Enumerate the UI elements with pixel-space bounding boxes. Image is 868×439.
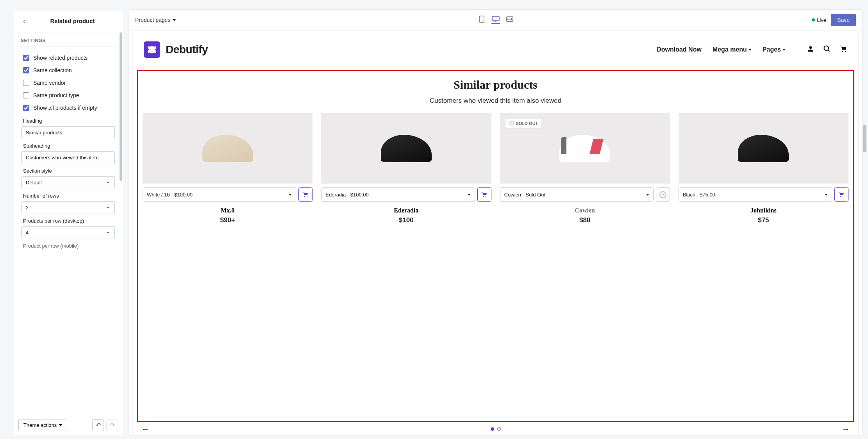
- nav-pages[interactable]: Pages: [763, 46, 786, 53]
- device-desktop-button[interactable]: [491, 16, 500, 24]
- product-name: Mx.0: [143, 207, 313, 214]
- product-image[interactable]: 🕒 SOLD OUT: [500, 113, 670, 184]
- sidebar: ‹ Related product SETTINGS Show related …: [14, 10, 123, 435]
- variant-select[interactable]: Cowien - Sold Out: [500, 187, 654, 202]
- svg-point-8: [307, 196, 307, 197]
- svg-point-3: [809, 46, 812, 49]
- product-card: Black - $75.00 Johnikins $75: [679, 113, 848, 224]
- variant-select[interactable]: White / 10 - $100.00: [143, 187, 296, 202]
- svg-point-12: [843, 196, 843, 197]
- add-to-cart-button[interactable]: [834, 187, 848, 202]
- product-price: $90+: [143, 216, 313, 224]
- subheading-input[interactable]: [21, 151, 115, 164]
- product-card: 🕒 SOLD OUT Cowien - Sold Out 🕒 Cowien $8…: [500, 113, 670, 224]
- window-scrollbar[interactable]: [863, 125, 866, 152]
- site-header: Debutify Download Now Mega menu Pages: [133, 34, 858, 65]
- checkbox-show-all-if-empty[interactable]: Show all products if empty: [21, 102, 115, 114]
- chevron-down-icon: [825, 194, 828, 196]
- back-button[interactable]: ‹: [20, 15, 29, 27]
- breadcrumb[interactable]: Product pages: [135, 17, 176, 23]
- checkbox-same-product-type[interactable]: Same product type: [21, 89, 115, 102]
- section-style-select[interactable]: Default: [21, 176, 115, 189]
- device-mobile-button[interactable]: [477, 16, 486, 24]
- rows-label: Number of rows: [21, 189, 115, 201]
- chevron-down-icon: [289, 194, 292, 196]
- live-dot-icon: [812, 18, 815, 21]
- product-card: Ederadia - $100.00 Ederadia $100: [321, 113, 491, 224]
- butterfly-icon: [147, 45, 157, 55]
- chevron-down-icon: [468, 194, 471, 196]
- shoe-graphic: [559, 135, 610, 162]
- section-heading: Similar products: [143, 78, 848, 91]
- carousel-dot[interactable]: [497, 427, 501, 431]
- brand-name: Debutify: [166, 43, 208, 56]
- svg-point-4: [824, 46, 829, 50]
- svg-point-7: [304, 196, 305, 197]
- checkbox-show-related[interactable]: Show related products: [21, 52, 115, 64]
- shoe-graphic: [202, 135, 253, 162]
- rows-select[interactable]: 2: [21, 201, 115, 214]
- section-style-label: Section style: [21, 164, 115, 176]
- chevron-down-icon: [173, 19, 176, 21]
- add-to-cart-button[interactable]: [477, 187, 491, 202]
- undo-button[interactable]: ↶: [92, 419, 104, 431]
- sidebar-scrollbar[interactable]: [120, 32, 122, 181]
- shoe-graphic: [381, 135, 432, 162]
- svg-point-9: [483, 196, 484, 197]
- variant-select[interactable]: Ederadia - $100.00: [321, 187, 475, 202]
- save-button[interactable]: Save: [831, 14, 856, 26]
- redo-button[interactable]: ↷: [106, 419, 118, 431]
- main-panel: Product pages Live Save Debutify: [129, 10, 862, 435]
- product-name: Cowien: [500, 207, 670, 214]
- svg-point-10: [485, 196, 486, 197]
- device-fullwidth-button[interactable]: [505, 16, 514, 24]
- checkbox-same-collection[interactable]: Same collection: [21, 64, 115, 77]
- carousel-prev-button[interactable]: ←: [141, 425, 149, 434]
- carousel-dot[interactable]: [491, 427, 494, 431]
- svg-point-6: [845, 51, 846, 52]
- heading-label: Heading: [21, 114, 115, 126]
- product-name: Ederadia: [321, 207, 491, 214]
- product-price: $75: [679, 216, 848, 224]
- cart-icon[interactable]: [839, 45, 847, 55]
- svg-point-11: [840, 196, 841, 197]
- brand-logo[interactable]: [144, 41, 160, 58]
- product-card: White / 10 - $100.00 Mx.0 $90+: [143, 113, 313, 224]
- product-name: Johnikins: [679, 207, 848, 214]
- product-price: $80: [500, 216, 670, 224]
- svg-rect-1: [492, 16, 499, 21]
- search-icon[interactable]: [823, 45, 831, 55]
- settings-label: SETTINGS: [14, 32, 123, 46]
- svg-rect-0: [479, 16, 484, 22]
- live-indicator: Live: [812, 17, 826, 23]
- svg-point-5: [842, 51, 843, 52]
- add-to-cart-button[interactable]: [298, 187, 313, 202]
- product-image[interactable]: [143, 113, 313, 184]
- chevron-down-icon: [748, 49, 752, 51]
- account-icon[interactable]: [807, 45, 814, 55]
- nav-download[interactable]: Download Now: [657, 46, 702, 53]
- nav-mega-menu[interactable]: Mega menu: [713, 46, 752, 53]
- product-image[interactable]: [321, 113, 491, 184]
- subheading-label: Subheading: [21, 139, 115, 151]
- related-products-section: Similar products Customers who viewed th…: [137, 70, 854, 422]
- sold-out-badge: 🕒 SOLD OUT: [505, 119, 542, 128]
- section-subheading: Customers who viewed this item also view…: [143, 97, 848, 105]
- product-price: $100: [321, 216, 491, 224]
- product-image[interactable]: [679, 113, 848, 184]
- carousel-next-button[interactable]: →: [842, 425, 850, 434]
- variant-select[interactable]: Black - $75.00: [679, 187, 832, 202]
- per-row-mobile-label: Product per row (mobile): [21, 239, 115, 251]
- per-row-desktop-label: Products per row (desktop): [21, 214, 115, 226]
- checkbox-same-vendor[interactable]: Same vendor: [21, 77, 115, 89]
- per-row-desktop-select[interactable]: 4: [21, 226, 115, 239]
- notify-button[interactable]: 🕒: [656, 187, 670, 202]
- chevron-down-icon: [782, 49, 786, 51]
- heading-input[interactable]: [21, 126, 115, 139]
- shoe-graphic: [738, 135, 789, 162]
- chevron-down-icon: [646, 194, 649, 196]
- sidebar-title: Related product: [29, 18, 116, 24]
- caret-down-icon: [59, 424, 62, 426]
- theme-actions-button[interactable]: Theme actions: [18, 419, 67, 431]
